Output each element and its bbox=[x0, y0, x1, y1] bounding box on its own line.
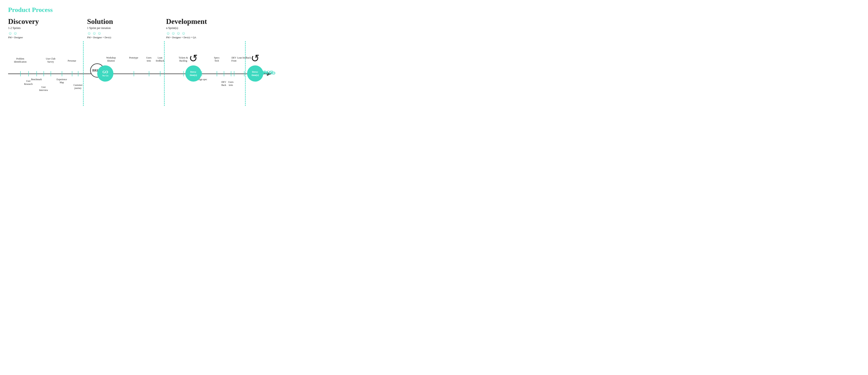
tick-user-interview bbox=[43, 71, 44, 76]
tick-user-club-survey bbox=[51, 71, 51, 76]
label-users-tests-1: Userstests bbox=[146, 56, 152, 62]
label-tickets-backlog: Tickets &Backlog bbox=[179, 56, 188, 62]
node-iter2-label: Itera- tion(s) bbox=[251, 70, 259, 77]
discovery-faces: ☺ ☺ bbox=[8, 31, 83, 36]
label-workshop-ideation: WorkshopIdeation bbox=[106, 56, 116, 62]
divider-2 bbox=[164, 41, 165, 106]
node-go-sub: No Go bbox=[102, 74, 108, 77]
label-dev-back: DEVBack bbox=[221, 81, 226, 87]
label-benchmark: Benchmark bbox=[31, 78, 42, 81]
label-customer-journey: Customerjourney bbox=[73, 84, 83, 90]
phase-headers: Discovery 1-2 Sprints ☺ ☺ PM + Designer … bbox=[8, 18, 275, 39]
tick-problem-id bbox=[20, 71, 21, 76]
label-users-tests-2: Userstests bbox=[228, 81, 234, 87]
tick-dev-back bbox=[224, 71, 224, 76]
tick-design-spec bbox=[202, 71, 202, 76]
label-problem-id: ProblemIdentification bbox=[14, 57, 27, 63]
label-user-interview: UserInterview bbox=[39, 86, 48, 92]
node-go: GO No Go bbox=[97, 65, 114, 82]
solution-faces: ☺ ☺ ☺ bbox=[87, 31, 162, 36]
undo-icon-2: ↺ bbox=[251, 53, 260, 64]
label-dev-front: DEVFront bbox=[231, 56, 237, 62]
phase-solution: Solution 1 Sprint per iteration ☺ ☺ ☺ PM… bbox=[83, 18, 162, 39]
development-sprints: n Sprint(s) bbox=[166, 27, 275, 30]
tick-users-tests-1 bbox=[149, 71, 149, 76]
node-iter1: Itera- tion(s) bbox=[185, 65, 202, 82]
phase-development: Development n Sprint(s) ☺ ☺ ☺ ☺ PM + Des… bbox=[162, 18, 275, 39]
label-lean-feedback-2: Lean feedback bbox=[237, 56, 251, 59]
timeline-line bbox=[8, 73, 267, 74]
divider-1 bbox=[83, 41, 84, 106]
tick-tickets-backlog bbox=[183, 71, 184, 76]
label-user-research: UserResearch bbox=[24, 80, 33, 86]
tick-experience-map bbox=[62, 71, 62, 76]
label-user-club-survey: User ClubSurvey bbox=[46, 57, 56, 63]
development-team: PM + Designer + Dev(s) + QA bbox=[166, 36, 275, 39]
tick-users-tests-2 bbox=[231, 71, 231, 76]
solution-team: PM + Designer + Dev(s) bbox=[87, 36, 162, 39]
development-faces: ☺ ☺ ☺ ☺ bbox=[166, 31, 275, 36]
discovery-title: Discovery bbox=[8, 18, 83, 26]
tick-customer-journey bbox=[78, 71, 79, 76]
solution-sprints: 1 Sprint per iteration bbox=[87, 27, 162, 30]
divider-3 bbox=[245, 41, 246, 106]
page-title: Product Process bbox=[8, 6, 275, 13]
node-go-label: GO bbox=[102, 70, 108, 74]
tick-lean-feedback-1 bbox=[160, 71, 160, 76]
tick-personae bbox=[72, 71, 72, 76]
discovery-team: PM + Designer bbox=[8, 36, 83, 39]
node-iter1-label: Itera- tion(s) bbox=[190, 70, 197, 77]
undo-icon-1: ↺ bbox=[189, 53, 198, 64]
tick-user-research bbox=[28, 71, 29, 76]
discovery-sprints: 1-2 Sprints bbox=[8, 27, 83, 30]
prod-label-text: PROD bbox=[261, 69, 273, 75]
label-specs-tech: SpecsTech bbox=[214, 56, 220, 62]
tick-prototype bbox=[134, 71, 134, 76]
timeline: PROD ProblemIdentification Benchmark Use… bbox=[8, 41, 275, 106]
development-title: Development bbox=[166, 18, 275, 26]
tick-dev-front bbox=[234, 71, 234, 76]
label-experience-map: ExperienceMap bbox=[57, 78, 67, 84]
solution-title: Solution bbox=[87, 18, 162, 26]
tick-specs-tech bbox=[217, 71, 217, 76]
tick-benchmark bbox=[36, 71, 37, 76]
tick-lean-feedback-2 bbox=[244, 71, 244, 76]
phase-discovery: Discovery 1-2 Sprints ☺ ☺ PM + Designer bbox=[8, 18, 83, 39]
label-personae: Personae bbox=[68, 59, 76, 62]
label-prototype: Prototype bbox=[129, 56, 138, 59]
label-lean-feedback-1: Leanfeedback bbox=[156, 56, 164, 62]
